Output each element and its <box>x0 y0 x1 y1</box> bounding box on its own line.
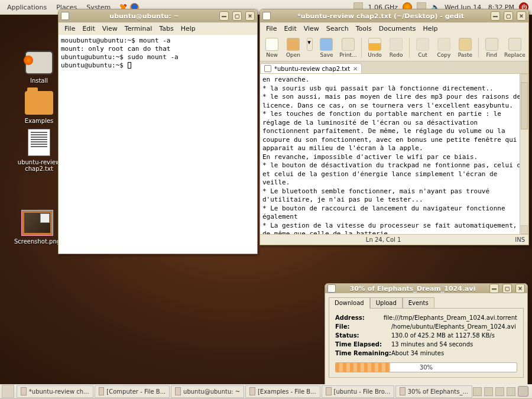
redo-button: Redo <box>387 37 406 59</box>
gedit-menu-view[interactable]: View <box>300 24 323 34</box>
gedit-menu-help[interactable]: Help <box>419 24 441 34</box>
insert-mode: INS <box>515 236 525 243</box>
open-menu-button[interactable]: ▾ <box>305 37 314 59</box>
terminal-body[interactable]: mouubuntu@ubuntu:~$ mount -a mount: only… <box>59 35 257 254</box>
progress-percent: 30% <box>336 363 517 372</box>
window-icon <box>175 387 181 395</box>
value-file: /home/ubuntu/Elephants_Dream_1024.avi <box>391 323 516 330</box>
open-button[interactable]: Open <box>284 37 303 59</box>
copy-icon <box>437 38 450 51</box>
download-pane: Address:file:///tmp/Elephants_Dream_1024… <box>329 308 524 378</box>
tab-upload[interactable]: Upload <box>370 297 403 309</box>
scrollbar-thumb[interactable] <box>521 82 528 129</box>
label-status: Status: <box>335 332 391 339</box>
value-address: file:///tmp/Elephants_Dream_1024.avi.tor… <box>384 314 517 321</box>
terminal-icon <box>61 12 69 20</box>
taskbar-item[interactable]: 30% of Elephants_... <box>395 385 472 398</box>
taskbar-item[interactable]: [Examples - File B... <box>245 385 320 398</box>
term-menu-edit[interactable]: Edit <box>79 24 98 34</box>
trash-icon[interactable] <box>518 386 528 397</box>
terminal-titlebar[interactable]: ubuntu@ubuntu: ~ — ▢ ✕ <box>59 9 257 22</box>
close-button[interactable]: ✕ <box>517 11 526 21</box>
bottom-panel: *ubuntu-review ch... [Computer - File B.… <box>0 384 532 399</box>
term-menu-tabs[interactable]: Tabs <box>155 24 177 34</box>
paste-icon <box>459 38 472 51</box>
download-window: 30% of Elephants_Dream_1024.avi — ▢ ✕ Do… <box>325 283 528 385</box>
gedit-window: *ubuntu-review chap2.txt (~/Desktop) - g… <box>259 9 529 245</box>
print-button[interactable]: Print... <box>338 37 358 59</box>
workspace-switcher[interactable] <box>484 387 493 396</box>
new-icon <box>265 38 278 51</box>
workspace-switcher[interactable] <box>473 387 482 396</box>
gedit-menu-search[interactable]: Search <box>323 24 352 34</box>
find-icon <box>485 38 498 51</box>
replace-button[interactable]: Replace <box>504 37 526 59</box>
menu-applications[interactable]: Applications <box>2 1 51 14</box>
download-app-icon <box>327 284 336 293</box>
window-icon <box>21 387 27 395</box>
gedit-document[interactable]: en revanche. * la souris usb qui passait… <box>260 74 528 234</box>
gedit-menu-edit[interactable]: Edit <box>280 24 300 34</box>
maximize-button[interactable]: ▢ <box>504 11 513 21</box>
scrollbar[interactable] <box>520 74 528 234</box>
term-menu-file[interactable]: File <box>61 24 79 34</box>
minimize-button[interactable]: — <box>489 284 499 293</box>
download-titlebar[interactable]: 30% of Elephants_Dream_1024.avi — ▢ ✕ <box>325 284 527 293</box>
term-menu-view[interactable]: View <box>99 24 121 34</box>
term-menu-terminal[interactable]: Terminal <box>121 24 156 34</box>
taskbar-item[interactable]: *ubuntu-review ch... <box>17 385 93 398</box>
gedit-tabstrip: *ubuntu-review chap2.txt ✕ <box>260 61 528 74</box>
workspace-switcher[interactable] <box>495 387 504 396</box>
save-icon <box>320 38 333 51</box>
examples-label: Examples <box>25 118 54 124</box>
maximize-button[interactable]: ▢ <box>232 11 242 21</box>
gedit-menu-file[interactable]: File <box>262 24 280 34</box>
maximize-button[interactable]: ▢ <box>502 284 512 293</box>
terminal-cursor <box>128 62 131 69</box>
document-label: ubuntu-review chap2.txt <box>18 159 60 172</box>
tab-doc-icon <box>264 65 271 72</box>
tab-close-icon[interactable]: ✕ <box>353 66 358 72</box>
tab-download[interactable]: Download <box>329 297 370 309</box>
workspace-switcher[interactable] <box>507 387 515 396</box>
label-remaining: Time Remaining: <box>335 350 391 356</box>
terminal-menubar: File Edit View Terminal Tabs Help <box>59 22 257 35</box>
label-elapsed: Time Elapsed: <box>335 341 391 348</box>
find-button[interactable]: Find <box>482 37 501 59</box>
download-tabs: Download Upload Events <box>325 293 527 308</box>
new-button[interactable]: New <box>262 37 281 59</box>
close-button[interactable]: ✕ <box>515 284 525 293</box>
install-icon <box>25 51 53 74</box>
print-icon <box>342 38 355 51</box>
terminal-window: ubuntu@ubuntu: ~ — ▢ ✕ File Edit View Te… <box>58 9 258 254</box>
minimize-button[interactable]: — <box>219 11 229 21</box>
show-desktop-button[interactable] <box>2 385 14 398</box>
cut-icon <box>416 38 429 51</box>
gedit-menu-documents[interactable]: Documents <box>375 24 420 34</box>
label-file: File: <box>335 323 391 330</box>
close-button[interactable]: ✕ <box>245 11 255 21</box>
chevron-down-icon: ▾ <box>307 38 313 51</box>
gedit-titlebar[interactable]: *ubuntu-review chap2.txt (~/Desktop) - g… <box>260 9 528 22</box>
save-button[interactable]: Save <box>317 37 336 59</box>
undo-icon <box>368 38 381 51</box>
terminal-title: ubuntu@ubuntu: ~ <box>73 12 216 20</box>
window-icon <box>99 387 105 395</box>
folder-icon <box>25 91 53 115</box>
term-menu-help[interactable]: Help <box>177 24 199 34</box>
taskbar-item[interactable]: [ubuntu - File Bro... <box>322 385 394 398</box>
desktop-icon-screenshot[interactable]: Screenshot.png <box>10 210 64 245</box>
minimize-button[interactable]: — <box>491 11 500 21</box>
taskbar-item[interactable]: [Computer - File B... <box>95 385 170 398</box>
document-tab[interactable]: *ubuntu-review chap2.txt ✕ <box>260 63 362 73</box>
document-icon <box>28 129 50 156</box>
taskbar-item[interactable]: ubuntu@ubuntu: ~ <box>171 385 244 398</box>
paste-button[interactable]: Paste <box>456 37 475 59</box>
tab-events[interactable]: Events <box>403 297 434 309</box>
gedit-menu-tools[interactable]: Tools <box>352 24 375 34</box>
undo-button[interactable]: Undo <box>365 37 384 59</box>
notification-area <box>473 386 532 397</box>
gedit-app-icon <box>262 12 271 20</box>
window-icon <box>249 387 255 395</box>
install-label: Install <box>30 77 48 84</box>
